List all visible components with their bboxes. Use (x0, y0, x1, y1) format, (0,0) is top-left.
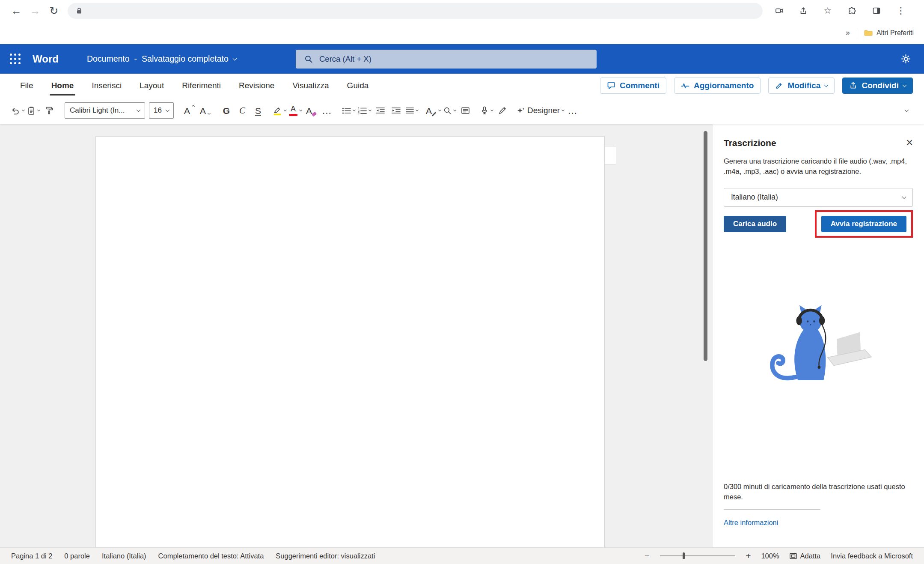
document-page[interactable] (95, 136, 605, 547)
annotation-highlight: Avvia registrazione (815, 210, 913, 238)
find-button[interactable] (442, 101, 457, 119)
bookmark-star-icon[interactable]: ☆ (820, 3, 836, 19)
collapse-ribbon-button[interactable] (899, 101, 914, 119)
language-select[interactable]: Italiano (Italia) (724, 188, 913, 207)
browser-forward-icon[interactable]: → (26, 5, 45, 17)
editor-button[interactable] (495, 101, 510, 119)
bookmarks-folder[interactable]: Altri Preferiti (864, 29, 914, 37)
font-name-value: Calibri Light (In... (70, 106, 125, 115)
side-panel-icon[interactable] (868, 3, 885, 19)
decrease-indent-button[interactable] (373, 101, 387, 119)
tab-home[interactable]: Home (42, 74, 83, 97)
chevron-down-icon (438, 108, 441, 111)
settings-button[interactable] (900, 54, 911, 64)
document-scrollbar[interactable] (704, 131, 707, 361)
ribbon-tab-bar: File Home Inserisci Layout Riferimenti R… (0, 74, 924, 97)
search-box[interactable] (296, 50, 597, 69)
designer-button[interactable]: Designer (517, 101, 564, 119)
tab-inserisci[interactable]: Inserisci (83, 74, 131, 97)
underline-button[interactable]: S (251, 101, 265, 119)
increase-indent-button[interactable] (389, 101, 403, 119)
close-icon[interactable]: × (906, 137, 913, 149)
comment-icon (607, 81, 615, 90)
browser-back-icon[interactable]: ← (7, 5, 26, 17)
align-button[interactable] (404, 101, 419, 119)
folder-icon (864, 29, 873, 36)
feedback-link[interactable]: Invia feedback a Microsoft (831, 552, 913, 560)
chevron-down-icon (490, 108, 493, 111)
chevron-down-icon (562, 108, 565, 111)
share-button[interactable]: Condividi (842, 78, 913, 94)
browser-address-bar[interactable] (68, 3, 763, 19)
video-call-icon[interactable] (771, 3, 787, 19)
microphone-icon (480, 106, 489, 115)
browser-menu-icon[interactable]: ⋮ (893, 3, 909, 19)
editor-pen-icon (498, 106, 507, 115)
update-label: Aggiornamento (694, 81, 754, 90)
tab-riferimenti[interactable]: Riferimenti (173, 74, 230, 97)
highlight-button[interactable] (272, 101, 287, 119)
main-area: Trascrizione × Genera una trascrizione c… (0, 124, 924, 547)
bullet-list-button[interactable] (341, 101, 356, 119)
lock-icon (75, 7, 83, 15)
panel-description: Genera una trascrizione caricando il fil… (724, 156, 913, 177)
paste-button[interactable] (26, 101, 41, 119)
tab-guida[interactable]: Guida (338, 74, 378, 97)
text-completion-indicator[interactable]: Completamento del testo: Attivata (158, 552, 264, 560)
clear-format-button[interactable]: A (304, 101, 318, 119)
format-painter-button[interactable] (42, 101, 56, 119)
cat-laptop-illustration (756, 300, 880, 390)
zoom-level[interactable]: 100% (761, 552, 779, 560)
bold-button[interactable]: G (219, 101, 234, 119)
share-icon[interactable] (795, 3, 811, 19)
zoom-slider[interactable] (660, 555, 735, 556)
fit-page-label: Adatta (800, 552, 821, 560)
zoom-in-button[interactable]: + (746, 551, 751, 561)
update-button[interactable]: Aggiornamento (674, 78, 761, 94)
tab-file[interactable]: File (11, 74, 42, 97)
more-tools-button[interactable]: … (565, 101, 580, 119)
styles-button[interactable]: A (426, 101, 441, 119)
search-input[interactable] (319, 54, 588, 64)
ribbon-toolbar: Calibri Light (In... 16 A A G C S A A … (0, 97, 924, 124)
immersive-reader-button[interactable] (458, 101, 472, 119)
document-title[interactable]: Documento - Salvataggio completato (87, 54, 236, 64)
start-recording-button[interactable]: Avvia registrazione (821, 216, 906, 232)
fit-page-button[interactable]: Adatta (790, 552, 821, 560)
extensions-icon[interactable] (844, 3, 860, 19)
language-indicator[interactable]: Italiano (Italia) (102, 552, 146, 560)
upload-audio-button[interactable]: Carica audio (724, 216, 786, 232)
bookmarks-overflow-chevrons[interactable]: » (846, 28, 850, 37)
dictate-button[interactable] (479, 101, 494, 119)
document-name[interactable]: Documento (87, 54, 130, 64)
tab-layout[interactable]: Layout (131, 74, 173, 97)
app-name[interactable]: Word (33, 53, 59, 65)
grow-font-button[interactable]: A (182, 101, 196, 119)
comment-card-stub[interactable] (605, 146, 616, 164)
italic-button[interactable]: C (235, 101, 250, 119)
font-name-select[interactable]: Calibri Light (In... (65, 102, 145, 119)
comments-button[interactable]: Commenti (600, 78, 666, 94)
tab-visualizza[interactable]: Visualizza (283, 74, 338, 97)
font-color-button[interactable]: A (288, 101, 303, 119)
app-launcher-icon[interactable] (8, 52, 22, 66)
more-info-link[interactable]: Altre informazioni (724, 519, 778, 527)
page-indicator[interactable]: Pagina 1 di 2 (11, 552, 52, 560)
search-icon (443, 107, 452, 115)
zoom-slider-handle[interactable] (683, 552, 685, 559)
numbered-list-button[interactable]: 1 2 3 (357, 101, 371, 119)
tab-revisione[interactable]: Revisione (230, 74, 283, 97)
edit-mode-button[interactable]: Modifica (768, 78, 835, 94)
usage-text: 0/300 minuti di caricamento della trascr… (724, 481, 913, 503)
font-size-value: 16 (154, 106, 162, 115)
comments-label: Commenti (620, 81, 660, 90)
styles-icon: A (426, 106, 432, 115)
more-formatting-button[interactable]: … (320, 101, 334, 119)
editor-suggestions-indicator[interactable]: Suggerimenti editor: visualizzati (276, 552, 375, 560)
shrink-font-button[interactable]: A (198, 101, 212, 119)
browser-reload-icon[interactable]: ↻ (45, 5, 63, 17)
word-count[interactable]: 0 parole (64, 552, 90, 560)
undo-button[interactable] (10, 101, 25, 119)
font-size-select[interactable]: 16 (149, 102, 174, 119)
zoom-out-button[interactable]: − (645, 551, 650, 561)
